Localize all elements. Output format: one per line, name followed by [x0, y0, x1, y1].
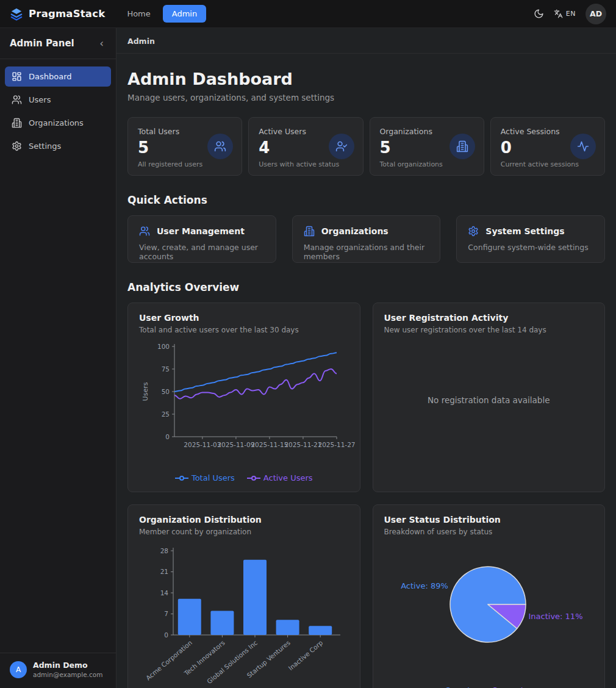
legend-label: Active Users: [263, 473, 313, 482]
stat-card-active-users: Active Users4Users with active status: [248, 117, 363, 176]
svg-text:14: 14: [160, 589, 169, 597]
svg-text:21: 21: [160, 568, 168, 575]
stat-description: Total organizations: [380, 160, 474, 168]
settings-icon: [12, 141, 22, 151]
svg-text:2025-11-09: 2025-11-09: [217, 441, 254, 448]
sidebar-item-dashboard[interactable]: Dashboard: [5, 66, 111, 87]
sidebar-item-label: Organizations: [29, 118, 84, 127]
sidebar-item-label: Dashboard: [29, 72, 72, 81]
analytics-heading: Analytics Overview: [127, 281, 605, 293]
moon-icon: [534, 9, 544, 19]
brand[interactable]: PragmaStack: [10, 7, 105, 21]
action-title-label: Organizations: [321, 226, 389, 236]
action-title: User Management: [139, 226, 265, 237]
building-icon: [449, 134, 475, 159]
languages-icon: [554, 9, 563, 18]
svg-text:7: 7: [164, 610, 168, 617]
line-chart-legend: Total UsersActive Users: [139, 473, 349, 482]
stat-card-organizations: Organizations5Total organizations: [370, 117, 484, 176]
chart-card-org-distribution: Organization DistributionMember count by…: [127, 504, 360, 688]
svg-text:0: 0: [165, 433, 170, 440]
line-chart-user-growth: 02550751002025-11-032025-11-092025-11-15…: [139, 340, 357, 470]
svg-text:100: 100: [157, 343, 170, 350]
page-content: Admin Dashboard Manage users, organizati…: [116, 54, 616, 688]
admin-sidebar: Admin Panel ‹ DashboardUsersOrganization…: [0, 28, 116, 688]
stat-card-active-sessions: Active Sessions0Current active sessions: [490, 117, 605, 176]
user-avatar[interactable]: AD: [586, 4, 606, 24]
sidebar-user: A Admin Demo admin@example.com: [0, 653, 116, 688]
sidebar-item-label: Settings: [29, 142, 61, 151]
chart-subtitle: Breakdown of users by status: [384, 528, 594, 536]
collapse-sidebar-icon[interactable]: ‹: [97, 38, 106, 49]
breadcrumb-bar: Admin: [116, 28, 616, 54]
action-title: Organizations: [304, 226, 429, 237]
stat-description: All registered users: [138, 160, 232, 168]
users-icon: [139, 226, 150, 237]
chart-card-user-status: User Status DistributionBreakdown of use…: [373, 504, 606, 688]
svg-text:75: 75: [162, 365, 170, 373]
charts-grid: User GrowthTotal and active users over t…: [127, 303, 605, 688]
chart-title: User Registration Activity: [384, 313, 594, 323]
quick-actions-heading: Quick Actions: [127, 194, 605, 206]
chart-title: User Status Distribution: [384, 515, 594, 525]
chart-subtitle: New user registrations over the last 14 …: [384, 326, 594, 334]
empty-state-message: No registration data available: [384, 334, 594, 465]
action-title-label: User Management: [157, 226, 245, 236]
users-icon: [207, 134, 233, 159]
building-icon: [12, 118, 22, 128]
sidebar-item-organizations[interactable]: Organizations: [5, 113, 111, 133]
sidebar-item-settings[interactable]: Settings: [5, 136, 111, 156]
action-description: View, create, and manage user accounts: [139, 243, 265, 261]
stats-grid: Total Users5All registered usersActive U…: [127, 117, 605, 176]
top-navbar: PragmaStack HomeAdmin EN AD: [0, 0, 616, 28]
navbar-right: EN AD: [534, 4, 606, 24]
chart-card-registration-activity: User Registration ActivityNew user regis…: [373, 303, 606, 492]
pie-chart-user-status: Active: 89%Inactive: 11%: [384, 537, 593, 683]
svg-text:2025-11-27: 2025-11-27: [318, 441, 355, 448]
nav-link-admin[interactable]: Admin: [163, 5, 206, 23]
theme-toggle-button[interactable]: [534, 9, 544, 19]
chart-card-user-growth: User GrowthTotal and active users over t…: [127, 303, 360, 492]
sidebar-user-email: admin@example.com: [33, 671, 102, 678]
svg-text:0: 0: [164, 631, 168, 639]
svg-text:2025-11-21: 2025-11-21: [284, 441, 321, 448]
action-title-label: System Settings: [485, 226, 564, 236]
action-card-organizations[interactable]: OrganizationsManage organizations and th…: [292, 215, 441, 263]
legend-item-total-users: Total Users: [175, 473, 235, 482]
quick-actions-grid: User ManagementView, create, and manage …: [127, 215, 605, 263]
sidebar-user-name: Admin Demo: [33, 661, 102, 670]
language-selector[interactable]: EN: [554, 9, 576, 18]
brand-name: PragmaStack: [29, 8, 105, 20]
sidebar-header: Admin Panel ‹: [0, 28, 116, 59]
svg-text:2025-11-03: 2025-11-03: [184, 441, 221, 448]
sidebar-title: Admin Panel: [10, 38, 74, 49]
action-card-user-management[interactable]: User ManagementView, create, and manage …: [127, 215, 276, 263]
svg-text:50: 50: [162, 388, 170, 395]
user-check-icon: [329, 134, 354, 159]
chart-subtitle: Total and active users over the last 30 …: [139, 326, 349, 334]
activity-icon: [570, 134, 596, 159]
svg-text:Inactive Corp: Inactive Corp: [287, 639, 324, 672]
action-card-system-settings[interactable]: System SettingsConfigure system-wide set…: [456, 215, 605, 263]
building-icon: [304, 226, 315, 237]
stat-description: Users with active status: [259, 160, 353, 168]
stat-description: Current active sessions: [501, 160, 595, 168]
language-label: EN: [566, 10, 576, 18]
chart-title: Organization Distribution: [139, 515, 349, 525]
svg-text:25: 25: [162, 410, 170, 418]
dashboard-icon: [12, 71, 22, 82]
svg-text:28: 28: [160, 547, 168, 554]
users-icon: [12, 95, 22, 105]
legend-line-icon: [247, 475, 260, 481]
main-area: Admin Admin Dashboard Manage users, orga…: [116, 28, 616, 688]
svg-text:2025-11-15: 2025-11-15: [251, 441, 288, 448]
layers-logo-icon: [10, 7, 23, 21]
settings-icon: [468, 226, 479, 237]
page-title: Admin Dashboard: [127, 70, 605, 88]
sidebar-item-users[interactable]: Users: [5, 90, 111, 110]
svg-text:Inactive: 11%: Inactive: 11%: [528, 612, 582, 621]
action-description: Configure system-wide settings: [468, 243, 593, 252]
nav-link-home[interactable]: Home: [121, 5, 156, 23]
action-title: System Settings: [468, 226, 593, 237]
sidebar-user-avatar: A: [10, 661, 27, 678]
